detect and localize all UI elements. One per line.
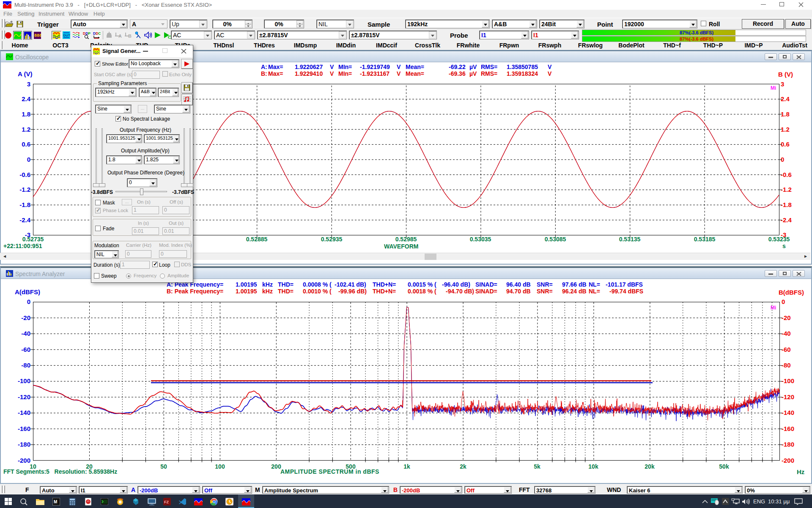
svg-text:DUT: DUT <box>63 33 71 37</box>
svg-text:A: A <box>118 33 122 39</box>
svg-text:FZ: FZ <box>164 500 169 504</box>
svg-text:888: 888 <box>34 33 41 38</box>
svg-text:B: B <box>128 33 132 39</box>
svg-text:M: M <box>54 500 57 504</box>
svg-text:DDC: DDC <box>93 31 101 36</box>
